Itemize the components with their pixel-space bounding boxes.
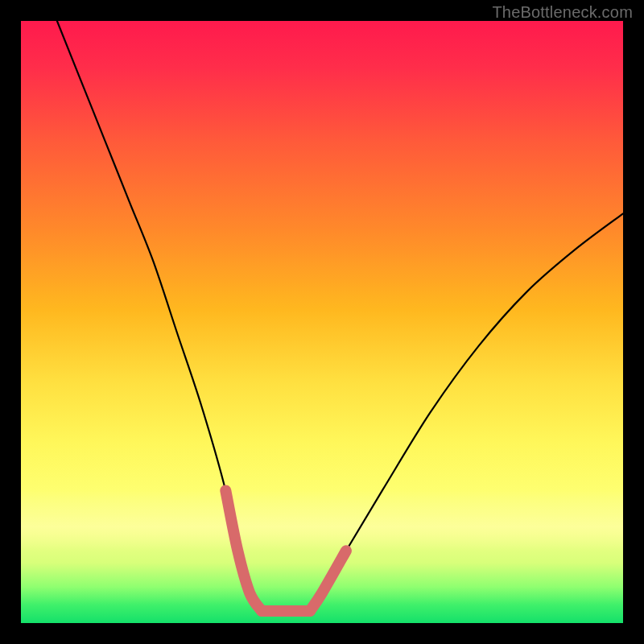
plot-area — [21, 21, 623, 623]
highlight-right-ascent-near-min — [310, 551, 346, 611]
watermark-text: TheBottleneck.com — [492, 3, 633, 22]
curve-layer — [21, 21, 623, 623]
bottleneck-curve — [57, 21, 623, 613]
chart-frame: TheBottleneck.com — [0, 0, 644, 644]
curve-path — [57, 21, 623, 613]
highlight-left-descent-near-min — [225, 490, 262, 611]
highlight-segments — [225, 490, 346, 611]
